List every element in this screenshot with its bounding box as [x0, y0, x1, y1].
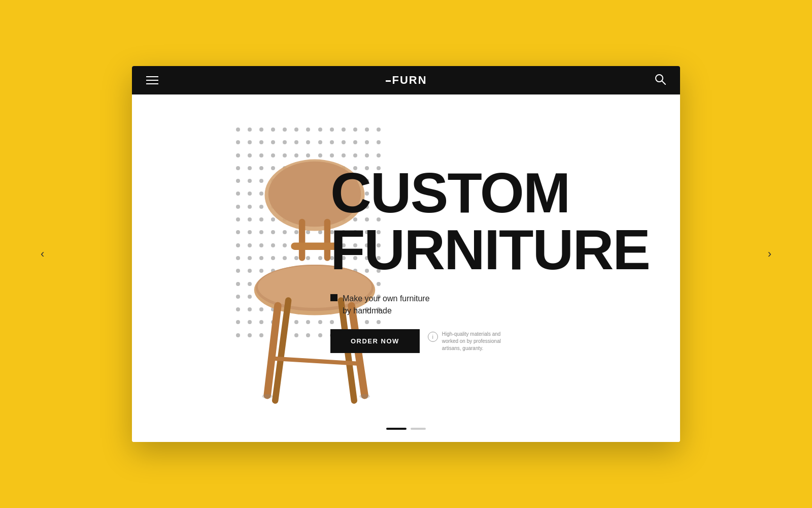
- order-now-button[interactable]: ORDER NOW: [330, 329, 420, 353]
- info-text: High-quality materials and worked on by …: [442, 330, 508, 352]
- subtitle-text: Make your own furniture by handmade: [343, 293, 430, 317]
- svg-point-16: [359, 394, 370, 398]
- indicator-2[interactable]: [411, 428, 426, 430]
- svg-line-1: [662, 81, 665, 84]
- svg-rect-5: [324, 219, 330, 261]
- hero-title-line2: FURNITURE: [330, 221, 650, 278]
- svg-rect-4: [299, 219, 305, 261]
- info-group: i High-quality materials and worked on b…: [428, 330, 508, 352]
- carousel-indicators: [386, 428, 426, 430]
- indicator-1[interactable]: [386, 428, 407, 430]
- search-icon[interactable]: [655, 74, 666, 87]
- navbar: FURN: [132, 66, 680, 94]
- hero-text-block: CUSTOM FURNITURE Make your own furniture…: [330, 165, 650, 353]
- info-icon: i: [428, 331, 438, 341]
- svg-point-15: [262, 394, 273, 398]
- site-logo: FURN: [386, 74, 427, 87]
- subtitle-icon: [330, 294, 337, 301]
- hero-section: CUSTOM FURNITURE Make your own furniture…: [132, 94, 680, 442]
- outer-prev-arrow[interactable]: ‹: [41, 247, 44, 261]
- hero-title-line1: CUSTOM: [330, 165, 650, 221]
- browser-window: FURN: [132, 66, 680, 442]
- hero-subtitle: Make your own furniture by handmade: [330, 293, 650, 317]
- page-outer: ‹ FURN: [0, 0, 812, 508]
- hero-cta-row: ORDER NOW i High-quality materials and w…: [330, 329, 650, 353]
- hamburger-button[interactable]: [146, 76, 158, 84]
- outer-next-arrow[interactable]: ›: [768, 247, 771, 261]
